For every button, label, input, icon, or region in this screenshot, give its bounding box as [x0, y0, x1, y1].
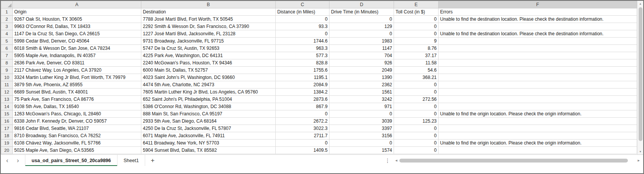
cell-B2[interactable]: 7788 José Martí Blvd, Fort Worth, TX 505… [141, 16, 276, 23]
cell-C5[interactable]: 1744.6 [276, 38, 329, 45]
cell-C14[interactable]: 867.9 [276, 103, 329, 110]
cell-E6[interactable]: 8.76 [394, 45, 439, 52]
cell-C7[interactable]: 577.3 [276, 52, 329, 59]
cell-B19[interactable]: 6411 Broadway, New York, NY 57703 [141, 140, 276, 147]
cell-B3[interactable]: 2292 Smith & Wesson Dr, San Francisco, C… [141, 23, 276, 30]
row-header-20[interactable]: 20 [1, 147, 13, 154]
cell-F10[interactable] [439, 74, 637, 81]
row-header-12[interactable]: 12 [1, 89, 13, 96]
cell-F8[interactable] [439, 59, 637, 67]
column-header-F[interactable]: F [439, 1, 637, 8]
scroll-left-icon[interactable]: ◀ [394, 159, 398, 162]
cell-B18[interactable]: 6071 Maple Ave, Jacksonville, FL 74911 [141, 132, 276, 140]
cell-F6[interactable] [439, 45, 637, 52]
cell-B14[interactable]: 5386 O'Connor Rd, Washington, DC 34088 [141, 103, 276, 110]
cell-D1[interactable]: Drive Time (in Minutes) [329, 8, 394, 16]
cell-A10[interactable]: 3324 Martin Luther King Jr Blvd, Fort Wo… [13, 74, 141, 81]
cell-A17[interactable]: 9816 Cedar Blvd, Seattle, WA 21107 [13, 125, 141, 132]
cell-A11[interactable]: 3879 5th Ave, Phoenix, AZ 85955 [13, 81, 141, 89]
prev-sheet-button[interactable]: ‹ [6, 157, 8, 164]
cell-A13[interactable]: 75 Park Ave, San Francisco, CA 86776 [13, 96, 141, 103]
cell-D9[interactable]: 2049 [329, 67, 394, 74]
cell-B16[interactable]: 2933 5th Ave, San Diego, CA 68164 [141, 118, 276, 125]
cell-D8[interactable]: 926 [329, 59, 394, 67]
row-header-18[interactable]: 18 [1, 132, 13, 140]
cell-C19[interactable]: 0 [276, 140, 329, 147]
next-sheet-button[interactable]: › [17, 157, 19, 164]
row-header-10[interactable]: 10 [1, 74, 13, 81]
cell-C4[interactable]: 0 [276, 30, 329, 38]
cell-A7[interactable]: 5905 Maple Ave, Indianapolis, IN 40357 [13, 52, 141, 59]
cell-C6[interactable]: 963.3 [276, 45, 329, 52]
horizontal-scroll-track[interactable] [399, 158, 637, 163]
cell-D12[interactable]: 1561 [329, 89, 394, 96]
cell-A5[interactable]: 5998 Cedar Blvd, Denver, CO 45064 [13, 38, 141, 45]
vertical-scroll-thumb[interactable] [639, 7, 642, 141]
cell-D4[interactable]: 0 [329, 30, 394, 38]
cell-F17[interactable] [439, 125, 637, 132]
column-header-A[interactable]: A [13, 1, 141, 8]
cell-A4[interactable]: 1147 De la Cruz St, San Diego, CA 26615 [13, 30, 141, 38]
cell-B13[interactable]: 652 Saint John's Pl, Philadelphia, PA 51… [141, 96, 276, 103]
column-header-E[interactable]: E [394, 1, 439, 8]
cell-A14[interactable]: 9108 5th Ave, Dallas, TX 16540 [13, 103, 141, 110]
cell-F9[interactable] [439, 67, 637, 74]
row-header-16[interactable]: 16 [1, 118, 13, 125]
cell-C17[interactable]: 3022.3 [276, 125, 329, 132]
cell-F14[interactable] [439, 103, 637, 110]
cell-E3[interactable]: 0 [394, 23, 439, 30]
vertical-scrollbar[interactable]: ▲ ▼ [637, 1, 643, 154]
row-header-6[interactable]: 6 [1, 45, 13, 52]
row-header-1[interactable]: 1 [1, 8, 13, 16]
cell-A8[interactable]: 2636 Park Ave, Denver, CO 83811 [13, 59, 141, 67]
cell-C3[interactable]: 93.3 [276, 23, 329, 30]
cell-E10[interactable]: 368.21 [394, 74, 439, 81]
cell-D5[interactable]: 1983 [329, 38, 394, 45]
cell-A12[interactable]: 6689 Sunset Blvd, Austin, TX 48001 [13, 89, 141, 96]
cell-E1[interactable]: Toll Cost (in $) [394, 8, 439, 16]
cell-E8[interactable]: 11.58 [394, 59, 439, 67]
row-header-3[interactable]: 3 [1, 23, 13, 30]
cell-F15[interactable]: Unable to find the origin location. Plea… [439, 110, 637, 118]
cell-E18[interactable]: 0 [394, 132, 439, 140]
sheet-tab-usa-od-pairs[interactable]: usa_od_pairs_Street_50_20ca9896 [25, 155, 117, 166]
cell-E13[interactable]: 272.56 [394, 96, 439, 103]
cell-A2[interactable]: 9267 Oak St, Houston, TX 30605 [13, 16, 141, 23]
cell-B1[interactable]: Destination [141, 8, 276, 16]
cell-E11[interactable]: 0 [394, 81, 439, 89]
cell-A1[interactable]: Origin [13, 8, 141, 16]
cell-C18[interactable]: 2711.7 [276, 132, 329, 140]
cell-F18[interactable] [439, 132, 637, 140]
row-header-9[interactable]: 9 [1, 67, 13, 74]
column-header-B[interactable]: B [141, 1, 276, 8]
cell-A15[interactable]: 1263 McGowan's Pass, Chicago, IL 28460 [13, 110, 141, 118]
add-sheet-button[interactable]: + [145, 155, 160, 166]
cell-E17[interactable]: 0 [394, 125, 439, 132]
cell-D18[interactable]: 3156 [329, 132, 394, 140]
cell-F11[interactable] [439, 81, 637, 89]
cell-D6[interactable]: 1147 [329, 45, 394, 52]
cell-C1[interactable]: Distance (in Miles) [276, 8, 329, 16]
cell-D17[interactable]: 3397 [329, 125, 394, 132]
cell-E9[interactable]: 54.6 [394, 67, 439, 74]
cell-E15[interactable]: 0 [394, 110, 439, 118]
row-header-5[interactable]: 5 [1, 38, 13, 45]
row-header-19[interactable]: 19 [1, 140, 13, 147]
cell-A16[interactable]: 6338 John F. Kennedy Dr, Denver, CO 5905… [13, 118, 141, 125]
cell-C10[interactable]: 1195.1 [276, 74, 329, 81]
cell-A9[interactable]: 2117 Chávez Way, Los Angeles, CA 37920 [13, 67, 141, 74]
cell-F4[interactable]: Unable to find the destination location.… [439, 30, 637, 38]
cell-C20[interactable]: 1409.5 [276, 147, 329, 154]
row-header-15[interactable]: 15 [1, 110, 13, 118]
cell-F16[interactable] [439, 118, 637, 125]
vertical-scroll-track[interactable] [637, 7, 643, 149]
cell-C13[interactable]: 2873.6 [276, 96, 329, 103]
cell-F12[interactable] [439, 89, 637, 96]
cell-D14[interactable]: 971 [329, 103, 394, 110]
cell-B10[interactable]: 4023 Saint John's Pl, Washington, DC 936… [141, 74, 276, 81]
cell-B20[interactable]: 5904 Sunset Blvd, Dallas, TX 85582 [141, 147, 276, 154]
cell-C15[interactable]: 0 [276, 110, 329, 118]
cell-B12[interactable]: 7605 Martin Luther King Jr Blvd, Los Ang… [141, 89, 276, 96]
row-header-13[interactable]: 13 [1, 96, 13, 103]
row-header-8[interactable]: 8 [1, 59, 13, 67]
